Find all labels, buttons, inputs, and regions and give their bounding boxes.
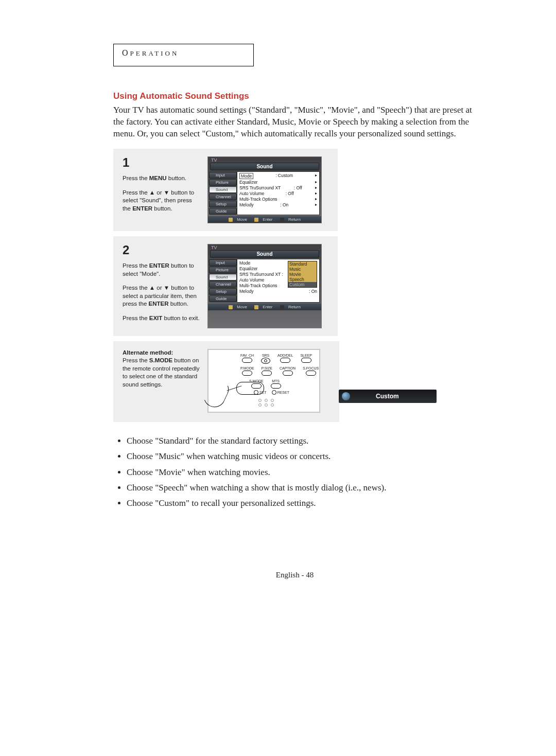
step-2-line-a-bold: ENTER bbox=[149, 262, 169, 269]
onscreen-toast: Custom bbox=[339, 390, 437, 403]
step-1-block: 1 Press the MENU button. Press the ▲ or … bbox=[113, 149, 338, 231]
bullet-item: Choose "Speech" when watching a show tha… bbox=[127, 480, 476, 496]
return-icon bbox=[280, 305, 284, 309]
remote-button-srs bbox=[261, 358, 270, 364]
osd-arrow-icon: ▸ bbox=[315, 202, 317, 207]
remote-button-caption bbox=[283, 371, 293, 376]
osd-row-mode-label: Mode bbox=[239, 173, 253, 179]
osd-row-melody-label: Melody bbox=[239, 289, 253, 294]
osd-row-multitrack-label: Multi-Track Options bbox=[239, 197, 277, 202]
osd-screenshot-2: TV Sound Input Picture Sound Channel Set… bbox=[207, 244, 322, 328]
remote-label-pmode: P.MODE bbox=[240, 366, 254, 370]
remote-label-sleep: SLEEP bbox=[300, 354, 312, 357]
osd-row-srs-value: : Off bbox=[294, 185, 302, 190]
osd-mode-dropdown: Standard Music Movie Speech Custom bbox=[288, 261, 317, 288]
step-2-line-c-bold: EXIT bbox=[149, 315, 163, 321]
remote-row-3: S.MODE MTS bbox=[249, 379, 281, 389]
osd-tab-channel: Channel bbox=[209, 194, 237, 200]
step-2-line-b-post: button. bbox=[168, 301, 188, 307]
bullet-item: Choose "Standard" for the standard facto… bbox=[127, 433, 476, 449]
remote-row-2: P.MODE P.SIZE CAPTION S.FOCUS bbox=[240, 366, 319, 376]
osd-row-autovol-value: : Off bbox=[286, 191, 294, 196]
osd-row-equalizer-label: Equalizer bbox=[239, 180, 257, 185]
osd-row-melody-value: : On bbox=[309, 289, 317, 294]
intro-paragraph: Your TV has automatic sound settings ("S… bbox=[113, 104, 476, 140]
osd-tab-sound: Sound bbox=[209, 186, 237, 193]
remote-label-smode: S.MODE bbox=[249, 379, 264, 383]
step-2-line-c-pre: Press the bbox=[123, 315, 149, 321]
move-icon bbox=[229, 305, 233, 309]
osd-arrow-icon: ▸ bbox=[315, 191, 317, 196]
step-1-line-a-post: button. bbox=[167, 175, 186, 181]
osd-title: Sound bbox=[210, 163, 319, 170]
osd-footer-return: Return bbox=[288, 305, 301, 309]
move-icon bbox=[229, 218, 233, 222]
step-1-line-b-bold: ENTER bbox=[132, 205, 152, 212]
osd-footer-move: Move bbox=[237, 305, 247, 309]
remote-row-set: SET RESET bbox=[254, 390, 289, 395]
osd-tab-setup: Setup bbox=[209, 288, 237, 295]
callout-line-icon bbox=[227, 385, 242, 391]
osd-row-melody-label: Melody bbox=[239, 202, 253, 207]
step-1-line-a-bold: MENU bbox=[149, 175, 167, 181]
remote-label-caption: CAPTION bbox=[280, 366, 296, 370]
enter-icon bbox=[254, 218, 258, 222]
step-1-line-b: Press the ▲ or ▼ button to select "Sound… bbox=[123, 189, 200, 213]
osd-tab-picture: Picture bbox=[209, 179, 237, 186]
osd-main-panel: Mode: Equalizer SRS TruSurround XT : Aut… bbox=[237, 259, 320, 303]
osd-row-equalizer-label: Equalizer bbox=[239, 266, 257, 271]
remote-button-sfocus bbox=[306, 371, 316, 376]
osd-tab-input: Input bbox=[209, 259, 237, 266]
section-tab: OPERATION bbox=[113, 44, 254, 66]
osd-arrow-icon: ▸ bbox=[315, 185, 317, 190]
remote-label-set: SET bbox=[254, 390, 267, 395]
osd-footer: Move Enter Return bbox=[208, 216, 321, 223]
remote-label-reset: RESET bbox=[272, 390, 289, 395]
osd-tab-sound: Sound bbox=[209, 274, 237, 280]
remote-label-srs: SRS bbox=[262, 354, 269, 357]
alternate-title: Alternate method: bbox=[123, 349, 173, 356]
step-2-block: 2 Press the ENTER button to select "Mode… bbox=[113, 236, 338, 336]
step-1-line-a-pre: Press the bbox=[123, 175, 149, 181]
remote-row-1: FAV. CH SRS ADD/DEL SLEEP bbox=[240, 354, 312, 364]
osd-tab-setup: Setup bbox=[209, 201, 237, 207]
osd-footer-enter: Enter bbox=[263, 217, 272, 222]
osd-tab-guide: Guide bbox=[209, 208, 237, 215]
enter-icon bbox=[254, 305, 258, 309]
osd-row-autovol-label: Auto Volume bbox=[239, 277, 264, 283]
osd-row-multitrack-label: Multi-Track Options bbox=[239, 283, 277, 288]
step-1-line-b-post: button. bbox=[152, 205, 172, 212]
osd-sidebar: Input Picture Sound Channel Setup Guide bbox=[208, 258, 237, 304]
remote-button-sleep bbox=[301, 358, 311, 363]
remote-arc-icon bbox=[200, 375, 232, 411]
step-2-number: 2 bbox=[123, 244, 200, 256]
alternate-text-bold: S.MODE bbox=[149, 357, 172, 363]
section-tab-text: PERATION bbox=[130, 49, 179, 57]
osd-row-srs-label: SRS TruSurround XT : bbox=[239, 272, 283, 277]
remote-button-pmode bbox=[242, 371, 252, 376]
step-2-line-c-post: button to exit. bbox=[162, 315, 199, 321]
osd-arrow-icon: ▸ bbox=[315, 197, 317, 202]
osd-tv-label: TV bbox=[208, 157, 321, 163]
dropdown-movie: Movie bbox=[288, 272, 317, 277]
osd-screenshot-1: TV Sound Input Picture Sound Channel Set… bbox=[207, 156, 322, 223]
remote-button-psize bbox=[262, 371, 272, 376]
toast-speaker-icon bbox=[342, 392, 350, 400]
step-2-line-a-pre: Press the bbox=[123, 262, 149, 269]
step-2-line-c: Press the EXIT button to exit. bbox=[123, 314, 200, 323]
step-1-line-a: Press the MENU button. bbox=[123, 174, 200, 183]
remote-button-favch bbox=[242, 358, 252, 363]
osd-tab-guide: Guide bbox=[209, 295, 237, 302]
osd-tv-label: TV bbox=[208, 244, 321, 250]
step-2-line-a: Press the ENTER button to select "Mode". bbox=[123, 262, 200, 278]
osd-footer-move: Move bbox=[237, 217, 247, 222]
remote-label-psize: P.SIZE bbox=[262, 366, 272, 370]
remote-dots-icon bbox=[258, 399, 274, 407]
osd-title: Sound bbox=[210, 250, 319, 258]
osd-row-autovol-label: Auto Volume bbox=[239, 191, 264, 196]
remote-label-mts: MTS bbox=[272, 379, 280, 383]
step-1-number: 1 bbox=[123, 156, 200, 169]
return-icon bbox=[280, 218, 284, 222]
osd-footer-return: Return bbox=[288, 217, 301, 222]
dropdown-custom: Custom bbox=[288, 282, 317, 287]
